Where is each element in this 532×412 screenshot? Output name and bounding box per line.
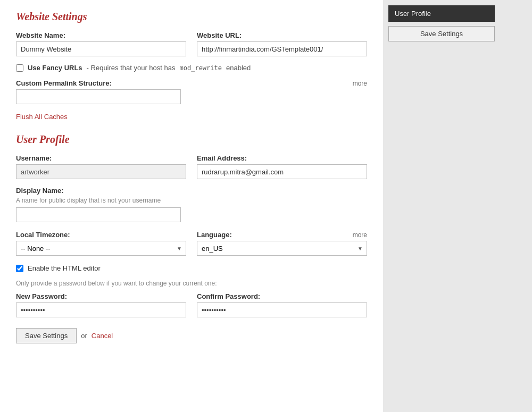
password-row: New Password: Confirm Password: xyxy=(16,292,367,317)
html-editor-checkbox[interactable] xyxy=(16,265,23,272)
timezone-select[interactable]: -- None -- xyxy=(16,241,186,256)
fancy-url-desc2: enabled xyxy=(226,64,251,72)
website-name-url-row: Website Name: Website URL: xyxy=(16,31,367,56)
website-settings-title: Website Settings xyxy=(16,11,367,23)
fancy-url-checkbox[interactable] xyxy=(16,64,23,72)
website-name-group: Website Name: xyxy=(16,31,186,56)
html-editor-label: Enable the HTML editor xyxy=(28,264,101,272)
language-group: Language: more en_US xyxy=(197,231,367,256)
permalink-input[interactable] xyxy=(16,89,181,104)
username-group: Username: xyxy=(16,154,186,179)
display-name-input[interactable] xyxy=(16,207,181,222)
fancy-url-label: Use Fancy URLs xyxy=(28,64,82,72)
save-settings-button[interactable]: Save Settings xyxy=(16,328,77,343)
save-row: Save Settings or Cancel xyxy=(16,328,367,343)
or-text: or xyxy=(81,332,87,340)
website-url-input[interactable] xyxy=(197,41,367,56)
website-url-label: Website URL: xyxy=(197,31,367,39)
sidebar: User Profile Save Settings xyxy=(383,0,500,412)
cancel-link[interactable]: Cancel xyxy=(92,332,113,340)
email-group: Email Address: xyxy=(197,154,367,179)
language-label: Language: xyxy=(197,231,232,239)
sidebar-save-settings-button[interactable]: Save Settings xyxy=(388,26,495,41)
language-more-link[interactable]: more xyxy=(353,231,367,239)
fancy-url-desc: - Requires that your host has xyxy=(87,64,176,72)
flush-caches-link[interactable]: Flush All Caches xyxy=(16,113,68,121)
display-name-hint: A name for public display that is not yo… xyxy=(16,197,181,204)
new-password-group: New Password: xyxy=(16,292,186,317)
user-profile-title: User Profile xyxy=(16,133,367,146)
permalink-row: Custom Permalink Structure: more xyxy=(16,79,367,104)
main-content: Website Settings Website Name: Website U… xyxy=(0,0,383,412)
language-select-wrapper: en_US xyxy=(197,241,367,256)
password-hint: Only provide a password below if you wan… xyxy=(16,280,367,287)
timezone-select-wrapper: -- None -- xyxy=(16,241,186,256)
timezone-group: Local Timezone: -- None -- xyxy=(16,231,186,256)
email-input[interactable] xyxy=(197,164,367,179)
timezone-label: Local Timezone: xyxy=(16,231,186,239)
new-password-input[interactable] xyxy=(16,302,186,317)
confirm-password-group: Confirm Password: xyxy=(197,292,367,317)
sidebar-user-profile-button[interactable]: User Profile xyxy=(388,5,495,22)
website-url-group: Website URL: xyxy=(197,31,367,56)
username-input xyxy=(16,164,186,179)
fancy-url-code: mod_rewrite xyxy=(180,64,222,72)
permalink-more-link[interactable]: more xyxy=(353,80,367,87)
language-header: Language: more xyxy=(197,231,367,239)
html-editor-row: Enable the HTML editor xyxy=(16,264,367,272)
new-password-label: New Password: xyxy=(16,292,186,300)
fancy-url-row: Use Fancy URLs - Requires that your host… xyxy=(16,64,367,72)
username-email-row: Username: Email Address: xyxy=(16,154,367,179)
language-select[interactable]: en_US xyxy=(197,241,367,256)
permalink-label-row: Custom Permalink Structure: more xyxy=(16,79,367,87)
display-name-label: Display Name: xyxy=(16,187,181,195)
website-name-label: Website Name: xyxy=(16,31,186,39)
display-name-group: Display Name: A name for public display … xyxy=(16,187,181,222)
confirm-password-input[interactable] xyxy=(197,302,367,317)
confirm-password-label: Confirm Password: xyxy=(197,292,367,300)
permalink-label: Custom Permalink Structure: xyxy=(16,79,112,87)
website-name-input[interactable] xyxy=(16,41,186,56)
email-label: Email Address: xyxy=(197,154,367,162)
timezone-language-row: Local Timezone: -- None -- Language: mor… xyxy=(16,231,367,256)
username-label: Username: xyxy=(16,154,186,162)
